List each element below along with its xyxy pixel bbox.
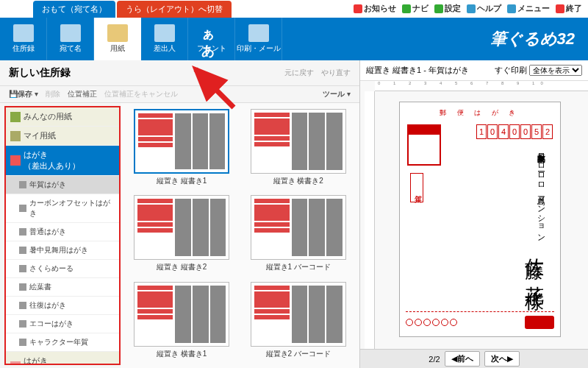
- category-item[interactable]: 絵葉書: [6, 278, 119, 297]
- template-thumb[interactable]: 縦置き1 バーコード: [243, 195, 354, 275]
- category-item[interactable]: カーボンオフセットはがき: [6, 194, 119, 223]
- address-block: 東京都中央区月島ロローロロ 月島マンション 佐藤 花子様: [521, 148, 547, 310]
- category-item[interactable]: みんなの用紙: [6, 107, 119, 127]
- quick-print[interactable]: すぐ印刷: [495, 66, 527, 74]
- view-select[interactable]: 全体を表示: [529, 65, 582, 76]
- next-button[interactable]: 次へ▶: [484, 351, 520, 367]
- category-item[interactable]: 暑中見舞用はがき: [6, 241, 119, 260]
- postcard-header: 郵 便 は が き: [406, 108, 554, 124]
- position-cancel: 位置補正をキャンセル: [104, 89, 178, 99]
- nenga-mark: 年賀: [410, 173, 423, 202]
- template-thumb[interactable]: 縦置き 縦書き1: [126, 109, 237, 189]
- menu-help[interactable]: ヘルプ: [467, 3, 501, 14]
- tab-back-switch[interactable]: うら（レイアウト）へ切替: [117, 1, 232, 18]
- postcard-footer: [406, 311, 554, 332]
- undo-button[interactable]: 元に戻す: [284, 68, 314, 78]
- save-button[interactable]: 💾保存 ▾: [9, 89, 38, 99]
- brand-logo: 筆ぐるめ32: [477, 18, 588, 60]
- menu-menu[interactable]: メニュー: [507, 3, 550, 14]
- ribbon-paper[interactable]: 用紙: [94, 18, 141, 60]
- page-indicator: 2/2: [429, 355, 440, 364]
- category-item[interactable]: エコーはがき: [6, 315, 119, 333]
- menu-close[interactable]: 終了: [556, 3, 582, 14]
- category-item[interactable]: マイ用紙: [6, 127, 119, 146]
- ribbon: 住所録 宛て名 用紙 差出人 ぁあフォント 印刷・メール 筆ぐるめ32: [0, 18, 588, 60]
- page-title: 新しい住所録: [9, 66, 71, 79]
- menu-news[interactable]: お知らせ: [354, 3, 396, 14]
- redo-button[interactable]: やり直す: [321, 68, 351, 78]
- ruler-vertical: [365, 91, 375, 349]
- category-item[interactable]: 往復はがき: [6, 297, 119, 315]
- menu-settings[interactable]: 設定: [434, 3, 461, 14]
- menu-nav[interactable]: ナビ: [402, 3, 429, 14]
- template-thumb[interactable]: 縦置き 横書き2: [243, 109, 354, 189]
- ribbon-atena[interactable]: 宛て名: [47, 18, 94, 60]
- ribbon-addressbook[interactable]: 住所録: [0, 18, 47, 60]
- tool-menu[interactable]: ツール ▾: [323, 89, 351, 99]
- postcard-preview[interactable]: 郵 便 は が き 1040052 年賀 東京都中央区月島ロローロロ 月島マンシ…: [399, 102, 561, 337]
- prev-button[interactable]: ◀前へ: [445, 351, 480, 367]
- category-item[interactable]: はがき （差出人なし）: [6, 352, 119, 365]
- category-item[interactable]: キャラクター年賀: [6, 333, 119, 352]
- zip-boxes: 1040052: [476, 124, 553, 139]
- delete-button: 削除: [46, 89, 60, 99]
- category-item[interactable]: はがき （差出人あり）: [6, 146, 119, 176]
- ruler-horizontal: 0 1 2 3 4 5 6 7 8 9 10: [375, 81, 588, 91]
- template-grid: 縦置き 縦書き1縦置き 横書き2縦置き 縦書き2縦置き1 バーコード縦置き 横書…: [121, 103, 359, 368]
- category-item[interactable]: 年賀はがき: [6, 176, 119, 194]
- ribbon-sender[interactable]: 差出人: [141, 18, 188, 60]
- category-item[interactable]: さくらめーる: [6, 260, 119, 278]
- template-thumb[interactable]: 縦置き2 バーコード: [243, 282, 354, 362]
- position-correct[interactable]: 位置補正: [68, 89, 97, 99]
- ribbon-print[interactable]: 印刷・メール: [235, 18, 282, 60]
- category-item[interactable]: 普通はがき: [6, 223, 119, 241]
- pager: 2/2 ◀前へ 次へ▶: [360, 349, 588, 368]
- category-tree: みんなの用紙マイ用紙はがき （差出人あり）年賀はがきカーボンオフセットはがき普通…: [4, 106, 121, 365]
- template-thumb[interactable]: 縦置き 縦書き2: [126, 195, 237, 275]
- tab-front[interactable]: おもて（宛て名）: [33, 1, 115, 18]
- ribbon-font[interactable]: ぁあフォント: [188, 18, 235, 60]
- stamp-area: [407, 124, 441, 166]
- top-menu: お知らせ ナビ 設定 ヘルプ メニュー 終了: [354, 3, 582, 14]
- template-thumb[interactable]: 縦置き 横書き1: [126, 282, 237, 362]
- preview-title: 縦置き 縦書き1 - 年賀はがき: [366, 65, 469, 76]
